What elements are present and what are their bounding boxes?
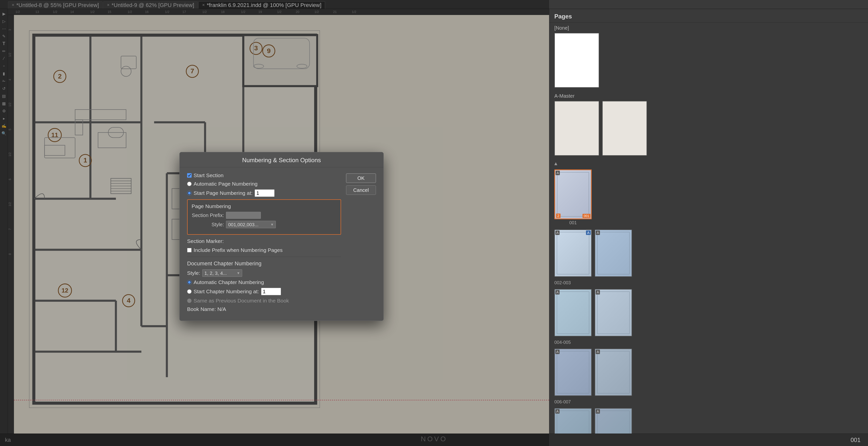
section-marker-label: Section Marker: xyxy=(187,238,224,244)
auto-chapter-row: Automatic Chapter Numbering xyxy=(187,279,341,285)
page-002-thumb[interactable]: A A xyxy=(554,230,592,277)
page-001-label: 001 xyxy=(569,220,577,226)
amaster-right-thumb[interactable] xyxy=(602,101,647,156)
page-006-thumb[interactable]: A xyxy=(554,349,592,396)
pages-none-thumbs xyxy=(549,32,868,91)
pages-amaster-label: A-Master xyxy=(549,91,868,100)
include-prefix-checkbox[interactable] xyxy=(187,248,192,252)
none-thumb-img xyxy=(554,33,599,88)
auto-page-num-row: Automatic Page Numbering xyxy=(187,181,341,187)
page-style-label: Style: xyxy=(192,222,224,228)
page-numbering-title: Page Numbering xyxy=(192,203,337,209)
amaster-left-thumb[interactable] xyxy=(554,101,599,156)
same-as-previous-row: Same as Previous Document in the Book xyxy=(187,298,341,304)
page-002-003-label: 002-003 xyxy=(549,280,868,288)
master-badge-004: A xyxy=(555,290,560,295)
chapter-style-select-wrapper: 1, 2, 3, 4... i, ii, iii... I, II, III..… xyxy=(202,269,242,277)
master-badge-002: A xyxy=(555,231,560,235)
dialog-title: Numbering & Section Options xyxy=(180,152,383,168)
divider-1 xyxy=(187,257,341,257)
same-as-previous-label: Same as Previous Document in the Book xyxy=(193,298,289,304)
chapter-style-row: Style: 1, 2, 3, 4... i, ii, iii... I, II… xyxy=(187,269,341,277)
amaster-left-img xyxy=(554,101,599,156)
section-prefix-input[interactable] xyxy=(226,212,261,219)
page-num-002: A xyxy=(586,231,591,235)
start-section-row: Start Section xyxy=(187,172,341,178)
page-004-005-label: 004-005 xyxy=(549,339,868,348)
page-007-thumb[interactable]: A xyxy=(595,349,632,396)
numbering-section-dialog: Numbering & Section Options Start Sectio… xyxy=(179,152,384,321)
pages-amaster-thumbs xyxy=(549,100,868,159)
cancel-button[interactable]: Cancel xyxy=(346,185,376,195)
none-thumb[interactable] xyxy=(554,33,599,88)
dialog-body: Start Section Automatic Page Numbering S… xyxy=(180,168,383,321)
page-002-003-row: A A A xyxy=(549,229,868,280)
page-style-row: Style: 001,002,003... 1, 2, 3, 4... i, i… xyxy=(192,221,337,228)
master-badge-003: A xyxy=(596,231,600,235)
master-badge-007: A xyxy=(596,350,600,354)
page-006-img: A xyxy=(554,349,592,396)
start-section-checkbox[interactable] xyxy=(187,173,192,178)
page-004-img: A xyxy=(554,289,592,336)
page-004-thumb[interactable]: A xyxy=(554,289,592,336)
page-006-007-label: 006-007 xyxy=(549,399,868,407)
page-005-thumb[interactable]: A xyxy=(595,289,632,336)
page-004-005-row: A A xyxy=(549,288,868,339)
start-chapter-row: Start Chapter Numbering at: xyxy=(187,288,341,295)
start-page-numbering-label: Start Page Numbering at: xyxy=(193,190,253,196)
include-prefix-row: Include Prefix when Numbering Pages xyxy=(187,247,341,253)
ok-button[interactable]: OK xyxy=(346,173,376,183)
chapter-style-select[interactable]: 1, 2, 3, 4... i, ii, iii... I, II, III..… xyxy=(202,269,242,277)
page-001-img: A 2 001 xyxy=(554,170,592,219)
page-006-007-row: A A xyxy=(549,348,868,399)
master-badge-009: A xyxy=(596,409,600,414)
pages-panel-title: Pages xyxy=(549,9,868,23)
page-num-001: 2 xyxy=(556,213,561,218)
page-style-select[interactable]: 001,002,003... 1, 2, 3, 4... i, ii, iii,… xyxy=(226,221,276,228)
master-badge-005: A xyxy=(596,290,600,295)
page-003-img: A xyxy=(595,230,632,277)
page-number-right: 001 xyxy=(850,437,861,444)
page-style-select-wrapper: 001,002,003... 1, 2, 3, 4... i, ii, iii,… xyxy=(226,221,276,228)
amaster-right-img xyxy=(602,101,647,156)
automatic-page-numbering-label: Automatic Page Numbering xyxy=(193,181,258,187)
start-page-num-row: Start Page Numbering at: xyxy=(187,189,341,197)
start-page-numbering-radio[interactable] xyxy=(187,191,192,195)
scroll-up-arrow[interactable]: ▲ xyxy=(549,159,868,169)
same-as-previous-radio[interactable] xyxy=(187,298,192,303)
dialog-left-panel: Start Section Automatic Page Numbering S… xyxy=(187,172,341,315)
automatic-chapter-label: Automatic Chapter Numbering xyxy=(193,279,264,285)
book-name-row: Book Name: N/A xyxy=(187,306,341,312)
start-section-label: Start Section xyxy=(193,172,223,178)
pages-panel: Pages [None] A-Master ▲ A xyxy=(549,9,868,446)
start-page-numbering-input[interactable] xyxy=(255,189,275,197)
start-chapter-radio[interactable] xyxy=(187,289,192,294)
chapter-style-label: Style: xyxy=(187,270,200,276)
page-001-thumb[interactable]: A 2 001 001 xyxy=(554,170,592,226)
chapter-numbering-section: Document Chapter Numbering Style: 1, 2, … xyxy=(187,260,341,312)
master-badge-008: A xyxy=(555,409,560,414)
automatic-page-numbering-radio[interactable] xyxy=(187,182,192,186)
page-001-row: A 2 001 001 xyxy=(549,169,868,229)
book-name-label: Book Name: N/A xyxy=(187,306,226,312)
start-chapter-input[interactable] xyxy=(261,288,281,295)
start-chapter-label: Start Chapter Numbering at: xyxy=(193,289,259,295)
page-005-img: A xyxy=(595,289,632,336)
page-numbering-box: Page Numbering Section Prefix: Style: 00… xyxy=(187,199,341,235)
master-badge-006: A xyxy=(555,350,560,354)
page-002-img: A A xyxy=(554,230,592,277)
section-marker-row: Section Marker: xyxy=(187,238,341,244)
section-prefix-row: Section Prefix: xyxy=(192,212,337,219)
section-prefix-label: Section Prefix: xyxy=(192,212,224,218)
chapter-numbering-title: Document Chapter Numbering xyxy=(187,260,341,267)
master-badge-001: A xyxy=(556,171,560,175)
page-003-thumb[interactable]: A xyxy=(595,230,632,277)
page-007-img: A xyxy=(595,349,632,396)
automatic-chapter-radio[interactable] xyxy=(187,280,192,285)
pages-none-label: [None] xyxy=(549,23,868,32)
dialog-right-panel: OK Cancel xyxy=(346,172,376,315)
include-prefix-label: Include Prefix when Numbering Pages xyxy=(193,247,282,253)
